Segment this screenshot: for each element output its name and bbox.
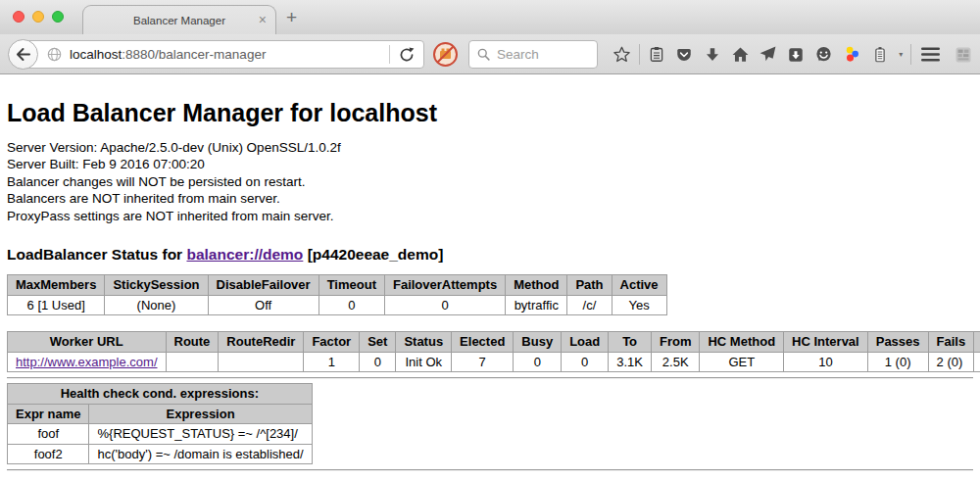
cell-set: 0: [360, 352, 396, 372]
cell-expr-name: foof2: [8, 444, 89, 464]
toolbar-icons: ▾: [608, 34, 980, 74]
window-titlebar: Balancer Manager × +: [0, 0, 980, 34]
table-title-row: Health check cond. expressions:: [8, 384, 313, 405]
table-row: foof2 hc('body') =~ /domain is establish…: [8, 444, 313, 464]
clipboard-icon: [648, 45, 665, 64]
server-info: Server Version: Apache/2.5.0-dev (Unix) …: [7, 139, 973, 224]
traffic-lights: [13, 11, 64, 23]
search-input[interactable]: Search: [468, 40, 598, 69]
urlbar-divider: [389, 45, 390, 64]
balancers-notice-line: Balancers are NOT inherited from main se…: [7, 190, 973, 207]
column-header: Load: [562, 332, 609, 353]
smiley-icon: [814, 45, 833, 64]
plugin-blocked-icon[interactable]: [432, 41, 459, 68]
column-header: Factor: [304, 332, 360, 353]
balancer-link[interactable]: balancer://demo: [186, 246, 303, 263]
minimize-window-button[interactable]: [32, 11, 44, 23]
table-header-row: MaxMembers StickySession DisableFailover…: [8, 275, 667, 296]
cell-to: 3.1K: [609, 352, 652, 372]
column-header: Set: [360, 332, 396, 353]
send-button[interactable]: [755, 34, 783, 74]
address-bar[interactable]: localhost:8880/balancer-manager: [23, 40, 424, 69]
proxypass-notice-line: ProxyPass settings are NOT inherited fro…: [7, 208, 973, 224]
divider: [7, 469, 973, 471]
video-download-button[interactable]: [782, 34, 810, 74]
url-host: localhost: [70, 47, 122, 62]
column-header: Expression: [89, 404, 312, 424]
url-text: localhost:8880/balancer-manager: [70, 47, 266, 62]
close-window-button[interactable]: [13, 11, 24, 23]
worker-url-link[interactable]: http://www.example.com/: [16, 355, 158, 369]
cell-busy: 0: [514, 352, 562, 372]
toolbar-divider: [910, 44, 911, 65]
column-header: To: [609, 332, 652, 353]
cell-timeout: 0: [318, 295, 384, 315]
column-header: StickySession: [105, 275, 208, 296]
reload-icon: [399, 47, 415, 63]
cell-factor: 1: [304, 352, 360, 372]
cell-hc-uri: [974, 352, 980, 372]
colored-dots-icon: [843, 45, 861, 64]
column-header: Timeout: [318, 275, 384, 296]
cell-disablefailover: Off: [208, 295, 318, 315]
feedback-smiley-button[interactable]: [810, 34, 839, 74]
cell-load: 0: [562, 352, 609, 372]
column-header: HC Interval: [784, 332, 868, 353]
downloads-button[interactable]: [699, 34, 727, 74]
menu-button[interactable]: [914, 34, 947, 74]
server-version-line: Server Version: Apache/2.5.0-dev (Unix) …: [7, 139, 973, 156]
toolbar-divider: [639, 44, 640, 65]
cell-hc-interval: 10: [784, 352, 868, 372]
cell-expression: %{REQUEST_STATUS} =~ /^[234]/: [89, 424, 312, 445]
zoom-window-button[interactable]: [52, 11, 64, 23]
column-header: Busy: [514, 332, 562, 353]
grid-icon: [954, 45, 973, 65]
loadbalancer-status-heading: LoadBalancer Status for balancer://demo …: [7, 246, 973, 264]
reading-list-button[interactable]: [643, 34, 671, 74]
tab-groups-button[interactable]: [948, 34, 980, 74]
star-icon: [612, 45, 631, 64]
server-built-line: Server Built: Feb 9 2016 07:00:20: [7, 156, 973, 172]
column-header: Worker URL: [8, 332, 167, 353]
balancer-settings-table: MaxMembers StickySession DisableFailover…: [7, 274, 667, 315]
page-content: Load Balancer Manager for localhost Serv…: [0, 98, 980, 471]
pocket-button[interactable]: [670, 34, 699, 74]
bookmark-star-button[interactable]: [608, 34, 636, 74]
battery-status-button[interactable]: [866, 34, 895, 74]
back-arrow-icon: [15, 46, 31, 63]
dropdown-caret-icon[interactable]: ▾: [894, 50, 907, 59]
reload-button[interactable]: [399, 47, 415, 63]
column-header: RouteRedir: [219, 332, 304, 353]
tab-close-icon[interactable]: ×: [259, 12, 267, 27]
back-button[interactable]: [8, 39, 38, 70]
table-header-row: Expr name Expression: [8, 404, 313, 424]
column-header: HC uri: [974, 332, 980, 353]
home-button[interactable]: [726, 34, 755, 74]
health-check-table: Health check cond. expressions: Expr nam…: [7, 383, 313, 464]
browser-tab[interactable]: Balancer Manager ×: [82, 5, 276, 34]
cell-hc-method: GET: [700, 352, 784, 372]
home-icon: [731, 45, 750, 64]
status-prefix: LoadBalancer Status for: [7, 246, 186, 263]
cell-expr-name: foof: [8, 424, 89, 445]
cell-routeredir: [219, 352, 304, 372]
battery-icon: [871, 45, 889, 65]
cell-stickysession: (None): [105, 295, 208, 315]
navigation-toolbar: localhost:8880/balancer-manager Search: [0, 34, 980, 74]
extension-dots-button[interactable]: [838, 34, 866, 74]
cell-path: /c/: [567, 295, 612, 315]
download-arrow-icon: [704, 46, 721, 64]
pocket-icon: [675, 46, 693, 64]
column-header: DisableFailover: [208, 275, 318, 296]
column-header: MaxMembers: [8, 275, 105, 296]
table-row: 6 [1 Used] (None) Off 0 0 bytraffic /c/ …: [8, 295, 667, 315]
new-tab-button[interactable]: +: [286, 7, 297, 28]
column-header: Passes: [867, 332, 928, 353]
column-header: Fails: [928, 332, 974, 353]
column-header: Path: [567, 275, 612, 296]
cell-passes: 1 (0): [867, 352, 928, 372]
column-header: From: [651, 332, 700, 353]
search-icon: [477, 48, 490, 61]
cell-maxmembers: 6 [1 Used]: [8, 295, 105, 315]
table-row: http://www.example.com/ 1 0 Init Ok 7 0 …: [8, 352, 980, 372]
